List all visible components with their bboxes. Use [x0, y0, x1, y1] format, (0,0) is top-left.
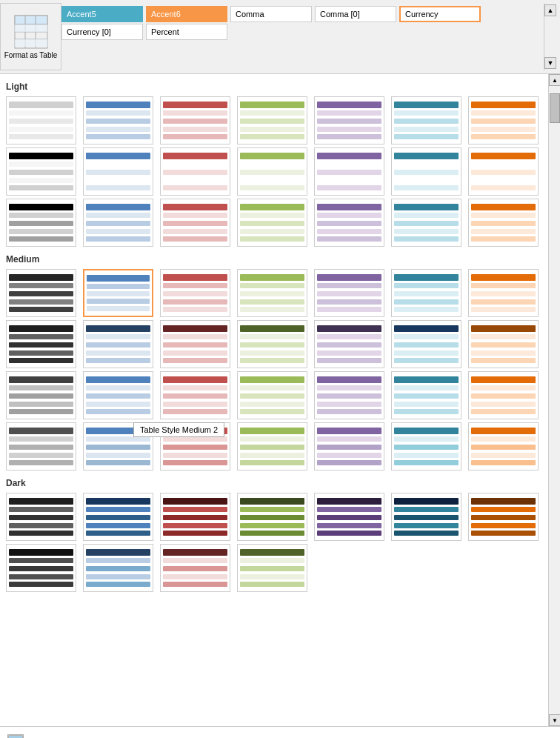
medium-styles-grid	[6, 269, 542, 471]
table-style-thumb[interactable]	[468, 371, 539, 419]
table-style-thumb[interactable]	[314, 147, 384, 196]
table-style-thumb[interactable]	[237, 147, 307, 196]
format-table-label: Format as Table	[4, 51, 58, 59]
table-style-thumb[interactable]	[6, 422, 76, 471]
table-style-thumb[interactable]	[391, 269, 461, 317]
table-style-thumb[interactable]	[6, 199, 76, 247]
table-style-thumb[interactable]	[6, 147, 76, 196]
section-label-light: Light	[6, 82, 542, 92]
new-table-style-icon: +	[7, 734, 24, 738]
table-style-thumb[interactable]	[160, 371, 230, 419]
table-style-thumb[interactable]	[314, 320, 384, 368]
table-style-thumb[interactable]	[391, 371, 461, 419]
svg-rect-7	[15, 24, 47, 32]
table-style-thumb[interactable]	[237, 493, 307, 541]
table-style-thumb[interactable]	[468, 493, 539, 541]
table-style-thumb[interactable]	[468, 96, 539, 144]
light-styles-grid	[6, 96, 542, 247]
section-label-medium: Medium	[6, 254, 542, 265]
table-style-thumb[interactable]	[160, 544, 230, 592]
table-style-thumb[interactable]	[314, 96, 384, 144]
table-style-thumb[interactable]	[391, 96, 461, 144]
table-style-thumb[interactable]	[160, 422, 230, 471]
table-style-thumb[interactable]	[237, 269, 307, 317]
table-style-thumb[interactable]	[391, 147, 461, 196]
table-style-thumb[interactable]	[83, 96, 153, 144]
table-style-thumb[interactable]	[237, 422, 307, 471]
table-style-thumb[interactable]	[160, 147, 230, 196]
ribbon-cell-comma[interactable]: Comma	[230, 6, 312, 22]
table-style-thumb[interactable]	[314, 493, 384, 541]
svg-rect-1	[15, 16, 47, 24]
main-panel: Light Medium Dark Table Style Medium 2 ▲…	[0, 74, 560, 726]
svg-rect-8	[15, 39, 47, 47]
table-style-thumb[interactable]	[6, 371, 76, 419]
scrollbar-down-button[interactable]: ▼	[549, 714, 560, 726]
table-style-thumb[interactable]	[83, 371, 153, 419]
scrollbar-thumb[interactable]	[550, 93, 560, 123]
gallery-area[interactable]: Light Medium Dark Table Style Medium 2	[0, 74, 548, 726]
table-style-thumb[interactable]	[237, 96, 307, 144]
ribbon-cell-accent6[interactable]: Accent6	[146, 6, 227, 22]
table-style-thumb[interactable]	[6, 320, 76, 368]
table-style-thumb[interactable]	[391, 320, 461, 368]
table-style-thumb[interactable]	[468, 199, 539, 247]
bottom-bar: + New Table Style... + New PivotTable St…	[0, 726, 560, 738]
ribbon-cell-comma0[interactable]: Comma [0]	[315, 6, 396, 22]
ribbon: Format as Table Accent5 Accent6 Comma Co…	[0, 0, 560, 74]
ribbon-cell-currency0[interactable]: Currency [0]	[61, 24, 143, 40]
section-label-dark: Dark	[6, 478, 542, 488]
format-table-button[interactable]: Format as Table	[0, 3, 61, 70]
table-style-thumb[interactable]	[237, 199, 307, 247]
table-style-thumb[interactable]	[6, 544, 76, 592]
table-style-thumb[interactable]	[160, 320, 230, 368]
table-style-thumb[interactable]	[83, 422, 153, 471]
table-style-thumb[interactable]	[83, 544, 153, 592]
format-table-icon	[13, 14, 49, 50]
table-style-thumb[interactable]	[160, 493, 230, 541]
ribbon-cells-area: Accent5 Accent6 Comma Comma [0] Currency…	[61, 3, 544, 70]
scrollbar-track	[549, 86, 560, 714]
table-style-thumb[interactable]	[160, 269, 230, 317]
table-style-thumb[interactable]	[6, 269, 76, 317]
table-style-thumb[interactable]	[83, 320, 153, 368]
dark-styles-grid	[6, 493, 542, 592]
scrollbar-up-button[interactable]: ▲	[549, 74, 560, 86]
table-style-thumb[interactable]	[6, 493, 76, 541]
ribbon-cell-currency[interactable]: Currency	[399, 6, 481, 22]
table-style-thumb[interactable]	[237, 371, 307, 419]
table-style-thumb[interactable]	[6, 96, 76, 144]
table-style-thumb[interactable]	[237, 544, 307, 592]
table-style-thumb[interactable]	[391, 422, 461, 471]
table-style-thumb[interactable]	[237, 320, 307, 368]
table-style-thumb[interactable]	[314, 269, 384, 317]
table-style-thumb[interactable]	[160, 199, 230, 247]
table-style-thumb[interactable]	[83, 147, 153, 196]
table-style-thumb[interactable]	[314, 371, 384, 419]
table-style-thumb[interactable]	[83, 493, 153, 541]
table-style-thumb[interactable]	[468, 269, 539, 317]
table-style-thumb[interactable]	[314, 199, 384, 247]
table-style-thumb[interactable]	[468, 422, 539, 471]
ribbon-scroll-down[interactable]: ▼	[544, 57, 556, 69]
table-style-thumb[interactable]	[391, 199, 461, 247]
table-style-thumb[interactable]	[83, 269, 153, 317]
ribbon-scroll-up[interactable]: ▲	[544, 4, 556, 16]
table-style-thumb[interactable]	[391, 493, 461, 541]
table-style-thumb[interactable]	[314, 422, 384, 471]
right-scrollbar: ▲ ▼	[548, 74, 560, 726]
table-style-thumb[interactable]	[468, 147, 539, 196]
ribbon-cell-accent5[interactable]: Accent5	[61, 6, 143, 22]
table-style-thumb[interactable]	[468, 320, 539, 368]
new-table-style-action[interactable]: + New Table Style...	[6, 731, 554, 738]
table-style-thumb[interactable]	[160, 96, 230, 144]
table-style-thumb[interactable]	[83, 199, 153, 247]
ribbon-cell-percent[interactable]: Percent	[146, 24, 227, 40]
